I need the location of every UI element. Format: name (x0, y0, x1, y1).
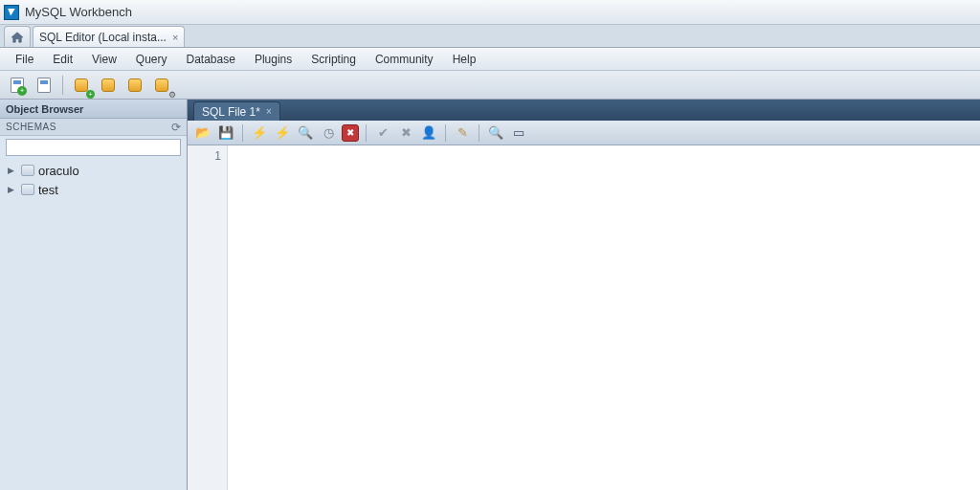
beautify-button[interactable]: ✎ (453, 123, 472, 143)
schema-tree-item[interactable]: ▶ test (4, 180, 183, 199)
schema-tree: ▶ oraculo ▶ test (0, 159, 187, 201)
schema-tree-item[interactable]: ▶ oraculo (4, 161, 183, 180)
main-toolbar: + + (0, 71, 980, 100)
schema-name: oraculo (38, 164, 79, 178)
home-tab[interactable] (4, 26, 31, 47)
close-tab-icon[interactable]: × (172, 32, 178, 43)
commit-button[interactable]: ✔ (373, 123, 392, 143)
menu-edit[interactable]: Edit (43, 50, 82, 69)
menu-community[interactable]: Community (366, 50, 443, 69)
sql-text-editor[interactable] (228, 145, 980, 490)
toggle-panel-button[interactable]: ▭ (509, 123, 528, 143)
new-view-button[interactable] (123, 74, 146, 97)
schema-name: test (38, 183, 58, 197)
app-icon (4, 5, 19, 20)
sql-editor-area: SQL File 1* × 📂 💾 ⚡ ⚡ 🔍 ◷ ✖ ✔ ✖ 👤 ✎ 🔍 ▭ (188, 100, 980, 490)
save-file-button[interactable]: 💾 (216, 123, 235, 143)
editor-separator (445, 124, 446, 142)
menu-view[interactable]: View (82, 50, 126, 69)
database-icon (21, 165, 34, 176)
execute-button[interactable]: ⚡ (250, 123, 269, 143)
menu-file[interactable]: File (6, 50, 43, 69)
execute-current-button[interactable]: ⚡ (273, 123, 292, 143)
open-file-button[interactable]: 📂 (193, 123, 212, 143)
menubar: File Edit View Query Database Plugins Sc… (0, 48, 980, 71)
menu-help[interactable]: Help (443, 50, 486, 69)
menu-scripting[interactable]: Scripting (301, 50, 366, 69)
sql-file-tab[interactable]: SQL File 1* × (193, 101, 280, 121)
home-icon (11, 32, 24, 43)
code-area: 1 (188, 145, 980, 490)
window-titlebar: MySQL Workbench (0, 0, 980, 25)
find-button[interactable]: 🔍 (486, 123, 505, 143)
schemas-header: SCHEMAS ⟳ (0, 119, 187, 136)
stop-button[interactable]: ✖ (342, 124, 359, 142)
refresh-schemas-icon[interactable]: ⟳ (171, 121, 182, 134)
app-title: MySQL Workbench (25, 5, 132, 19)
explain-button[interactable]: 🔍 (296, 123, 315, 143)
database-icon (21, 184, 34, 195)
schema-search-input[interactable] (6, 139, 181, 156)
connection-tab[interactable]: SQL Editor (Local insta... × (33, 26, 185, 47)
autocommit-button[interactable]: 👤 (419, 123, 438, 143)
menu-plugins[interactable]: Plugins (245, 50, 301, 69)
history-button[interactable]: ◷ (319, 123, 338, 143)
sql-file-tab-label: SQL File 1* (202, 105, 260, 119)
object-browser-header: Object Browser (0, 100, 187, 119)
new-schema-button[interactable]: + (70, 74, 93, 97)
app-tabstrip: SQL Editor (Local insta... × (0, 25, 980, 48)
editor-toolbar: 📂 💾 ⚡ ⚡ 🔍 ◷ ✖ ✔ ✖ 👤 ✎ 🔍 ▭ (188, 121, 980, 145)
connection-tab-label: SQL Editor (Local insta... (39, 31, 167, 44)
toolbar-separator (62, 76, 63, 95)
new-table-button[interactable] (97, 74, 120, 97)
editor-separator (479, 124, 479, 142)
line-gutter: 1 (188, 145, 228, 490)
close-file-icon[interactable]: × (266, 106, 272, 117)
schema-inspector-button[interactable] (150, 74, 173, 97)
body: Object Browser SCHEMAS ⟳ ▶ oraculo ▶ tes… (0, 100, 980, 490)
editor-separator (366, 124, 367, 142)
line-number: 1 (188, 149, 221, 163)
menu-database[interactable]: Database (177, 50, 245, 69)
new-sql-tab-button[interactable]: + (6, 74, 29, 97)
editor-separator (242, 124, 243, 142)
rollback-button[interactable]: ✖ (396, 123, 415, 143)
schemas-label: SCHEMAS (6, 122, 56, 132)
file-tabstrip: SQL File 1* × (188, 100, 980, 121)
open-sql-button[interactable] (33, 74, 56, 97)
expand-arrow-icon[interactable]: ▶ (8, 185, 17, 194)
object-browser-title: Object Browser (6, 103, 83, 115)
object-browser-sidebar: Object Browser SCHEMAS ⟳ ▶ oraculo ▶ tes… (0, 100, 188, 490)
menu-query[interactable]: Query (126, 50, 177, 69)
expand-arrow-icon[interactable]: ▶ (8, 166, 17, 175)
